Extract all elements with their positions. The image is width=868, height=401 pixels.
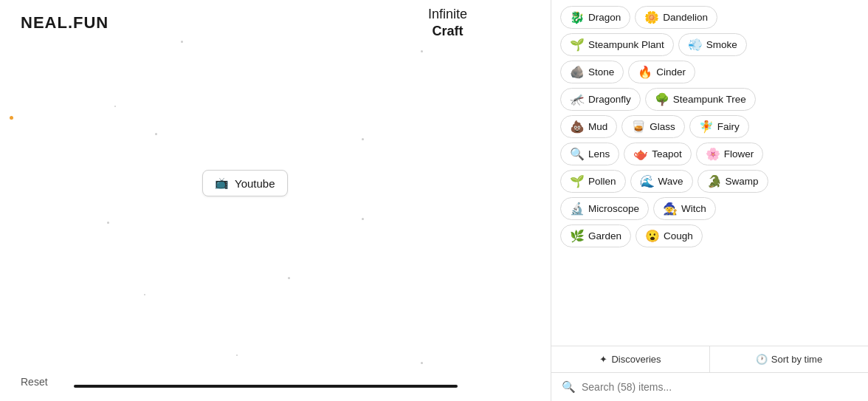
item-label: Cinder: [656, 66, 686, 78]
sidebar: 🐉Dragon🌼Dandelion🌱Steampunk Plant💨Smoke🪨…: [551, 0, 868, 401]
canvas-item-label: Youtube: [235, 177, 275, 190]
canvas-dot: [114, 106, 116, 107]
item-emoji: 🌱: [570, 38, 585, 52]
items-row: 🦟Dragonfly🌳Steampunk Tree: [560, 88, 859, 111]
item-emoji: 🌊: [640, 174, 655, 188]
item-chip[interactable]: 🌸Flower: [696, 143, 764, 165]
item-emoji: 🌼: [644, 10, 659, 24]
item-emoji: 💩: [570, 120, 585, 134]
item-label: Steampunk Plant: [588, 39, 664, 50]
item-chip[interactable]: 🪨Stone: [560, 61, 624, 83]
canvas-dot: [144, 294, 145, 295]
item-label: Wave: [658, 176, 683, 187]
search-bar: 🔍: [551, 373, 868, 401]
item-label: Smoke: [706, 39, 737, 50]
canvas-dot: [181, 41, 183, 43]
item-chip[interactable]: 🧙Witch: [653, 197, 716, 220]
item-label: Stone: [588, 66, 614, 78]
canvas-dot: [362, 138, 364, 140]
item-chip[interactable]: 💨Smoke: [678, 33, 747, 56]
item-label: Flower: [724, 148, 754, 160]
item-chip[interactable]: 🦟Dragonfly: [560, 88, 641, 111]
canvas-area[interactable]: NEAL.FUN Infinite Craft 📺 Youtube Reset: [0, 0, 551, 401]
canvas-dot: [10, 116, 13, 120]
item-chip[interactable]: 🐊Swamp: [698, 170, 768, 193]
item-chip[interactable]: 🫖Teapot: [624, 143, 692, 165]
sort-by-time-tab[interactable]: 🕐 Sort by time: [710, 346, 868, 372]
canvas-dot: [421, 362, 423, 364]
items-row: 💩Mud🥃Glass🧚Fairy: [560, 115, 859, 138]
item-chip[interactable]: 💩Mud: [560, 115, 617, 138]
reset-button[interactable]: Reset: [21, 376, 48, 388]
canvas-item-youtube[interactable]: 📺 Youtube: [202, 170, 288, 196]
item-label: Glass: [650, 121, 675, 132]
item-label: Cough: [664, 230, 693, 241]
item-chip[interactable]: 🌳Steampunk Tree: [645, 88, 756, 111]
item-label: Teapot: [652, 148, 682, 160]
items-row: 🌿Garden😮Cough: [560, 225, 859, 247]
sort-icon: 🕐: [756, 354, 768, 365]
items-row: 🌱Pollen🌊Wave🐊Swamp: [560, 170, 859, 193]
items-list[interactable]: 🐉Dragon🌼Dandelion🌱Steampunk Plant💨Smoke🪨…: [551, 0, 868, 346]
scroll-indicator: [74, 385, 458, 388]
item-label: Pollen: [588, 176, 616, 187]
items-row: 🪨Stone🔥Cinder: [560, 61, 859, 83]
item-label: Lens: [588, 148, 610, 160]
discoveries-tab[interactable]: ✦ Discoveries: [551, 346, 710, 372]
item-label: Swamp: [726, 176, 759, 187]
item-emoji: 🐉: [570, 10, 585, 24]
items-row: 🔍Lens🫖Teapot🌸Flower: [560, 143, 859, 165]
canvas-dot: [155, 133, 157, 135]
item-chip[interactable]: 😮Cough: [636, 225, 703, 247]
sidebar-footer: ✦ Discoveries 🕐 Sort by time 🔍: [551, 346, 868, 401]
item-chip[interactable]: 🌿Garden: [560, 225, 631, 247]
item-emoji: 🔥: [638, 65, 652, 79]
item-chip[interactable]: 🌊Wave: [630, 170, 693, 193]
item-chip[interactable]: 🌱Steampunk Plant: [560, 33, 674, 56]
item-emoji: 🌸: [706, 147, 720, 161]
canvas-dot: [288, 277, 290, 279]
canvas-dot: [421, 50, 423, 52]
items-row: 🌱Steampunk Plant💨Smoke: [560, 33, 859, 56]
footer-tabs: ✦ Discoveries 🕐 Sort by time: [551, 346, 868, 373]
item-emoji: 🔍: [570, 147, 585, 161]
discoveries-label: Discoveries: [611, 354, 661, 365]
item-label: Witch: [681, 203, 706, 214]
search-input[interactable]: [582, 381, 858, 393]
item-label: Dandelion: [663, 12, 708, 23]
item-chip[interactable]: 🐉Dragon: [560, 6, 630, 29]
item-chip[interactable]: 🔍Lens: [560, 143, 619, 165]
items-row: 🐉Dragon🌼Dandelion: [560, 6, 859, 29]
canvas-dot: [107, 222, 109, 224]
item-emoji: 🦟: [570, 92, 585, 106]
item-chip[interactable]: 🔬Microscope: [560, 197, 649, 220]
sort-label: Sort by time: [771, 354, 822, 365]
item-label: Microscope: [588, 203, 639, 214]
item-label: Steampunk Tree: [673, 94, 746, 105]
item-emoji: 💨: [688, 38, 703, 52]
item-chip[interactable]: 🥃Glass: [621, 115, 685, 138]
item-label: Garden: [588, 230, 621, 241]
item-label: Fairy: [717, 121, 740, 132]
item-chip[interactable]: 🧚Fairy: [689, 115, 749, 138]
item-emoji: 😮: [645, 229, 660, 243]
canvas-dot: [362, 218, 364, 220]
item-emoji: 🧚: [699, 120, 714, 134]
item-emoji: 🌳: [655, 92, 669, 106]
item-chip[interactable]: 🌼Dandelion: [635, 6, 717, 29]
item-label: Dragon: [588, 12, 621, 23]
items-row: 🔬Microscope🧙Witch: [560, 197, 859, 220]
item-chip[interactable]: 🔥Cinder: [628, 61, 695, 83]
canvas-item-emoji: 📺: [215, 176, 229, 190]
search-icon: 🔍: [562, 380, 576, 394]
canvas-dot: [236, 354, 238, 356]
item-emoji: 🌱: [570, 174, 585, 188]
item-emoji: 🫖: [633, 147, 648, 161]
item-emoji: 🥃: [631, 120, 646, 134]
item-emoji: 🐊: [707, 174, 722, 188]
app-title: Infinite Craft: [428, 6, 467, 41]
item-label: Mud: [588, 121, 607, 132]
item-emoji: 🔬: [570, 202, 585, 216]
item-emoji: 🌿: [570, 229, 585, 243]
item-chip[interactable]: 🌱Pollen: [560, 170, 626, 193]
